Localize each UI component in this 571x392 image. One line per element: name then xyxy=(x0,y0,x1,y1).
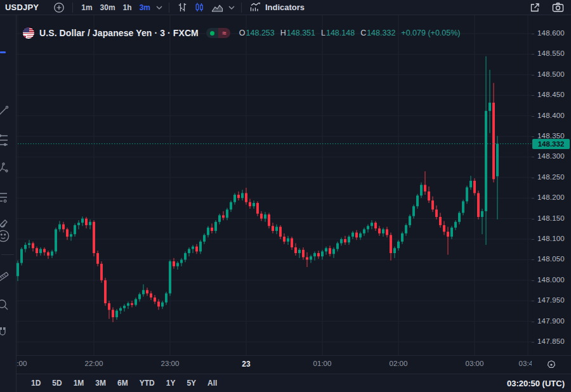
range-button-1d[interactable]: 1D xyxy=(25,379,46,388)
price-axis-tick xyxy=(532,136,534,137)
camera-icon[interactable] xyxy=(549,1,567,15)
price-axis-label: 148.550 xyxy=(537,49,565,57)
price-axis-tick xyxy=(532,34,534,34)
position-tool-icon[interactable] xyxy=(0,188,16,205)
market-open-dot-icon xyxy=(206,28,218,38)
range-button-all[interactable]: All xyxy=(202,379,223,388)
fib-retracement-tool-icon[interactable] xyxy=(0,131,16,148)
range-button-1y[interactable]: 1Y xyxy=(161,379,181,388)
time-axis-label: 02:00 xyxy=(390,360,408,367)
zoom-tool-icon[interactable] xyxy=(0,296,16,312)
date-range-buttons: 1D5D1M3M6MYTD1Y5YAll xyxy=(25,379,223,388)
plus-circle-icon[interactable] xyxy=(50,1,68,15)
range-button-1m[interactable]: 1M xyxy=(68,379,90,388)
low-value: 148.148 xyxy=(326,29,355,37)
price-axis-label: 148.100 xyxy=(537,235,565,242)
pitchfork-tool-icon[interactable] xyxy=(0,160,16,176)
time-axis-label: 01:00 xyxy=(313,360,332,367)
interval-button-3m[interactable]: 3m xyxy=(136,1,154,15)
price-axis-tick xyxy=(532,116,534,117)
emoji-tool-icon[interactable] xyxy=(0,226,16,243)
price-axis-tick xyxy=(532,301,534,301)
candles-icon[interactable] xyxy=(191,1,208,15)
interval-button-30m[interactable]: 30m xyxy=(96,1,119,15)
price-axis-tick xyxy=(532,75,534,75)
chevron-down-icon[interactable] xyxy=(154,1,164,15)
indicators-icon xyxy=(249,2,261,13)
crosshair-tool-icon[interactable] xyxy=(0,51,6,53)
high-label: H xyxy=(280,29,286,37)
tradingview-app: USDJPY 1m30m1h3m xyxy=(0,0,571,392)
price-axis-label: 148.450 xyxy=(537,91,565,98)
price-axis-label: 147.900 xyxy=(537,317,565,325)
axis-corner xyxy=(532,355,571,374)
interval-button-1m[interactable]: 1m xyxy=(77,1,96,15)
price-axis-tick xyxy=(532,219,534,219)
price-axis-label: 148.200 xyxy=(537,193,565,201)
range-button-ytd[interactable]: YTD xyxy=(134,379,161,388)
price-axis-label: 148.400 xyxy=(537,112,565,119)
price-axis[interactable]: 148.600148.550148.500148.450148.400148.3… xyxy=(532,15,571,355)
price-axis-label: 147.950 xyxy=(537,296,565,304)
interval-buttons: 1m30m1h3m xyxy=(77,1,154,15)
open-label: O xyxy=(239,29,246,37)
toolbar-separator xyxy=(1,254,14,255)
axis-settings-icon[interactable] xyxy=(546,360,556,370)
trend-line-tool-icon[interactable] xyxy=(0,103,16,119)
pair-title[interactable]: U.S. Dollar / Japanese Yen · 3 · FXCM xyxy=(39,28,199,38)
range-button-5y[interactable]: 5Y xyxy=(181,379,202,388)
price-axis-tick xyxy=(532,95,534,96)
chevron-down-icon[interactable] xyxy=(226,1,237,15)
indicators-label: Indicators xyxy=(265,3,305,12)
close-label: C xyxy=(360,29,366,37)
price-axis-label: 148.600 xyxy=(537,29,565,37)
time-axis-label: 23:00 xyxy=(161,360,180,367)
price-axis-label: 148.000 xyxy=(537,276,565,284)
high-value: 148.351 xyxy=(287,29,315,37)
price-axis-tick xyxy=(532,239,534,240)
price-axis-label: 148.150 xyxy=(537,214,565,222)
drawing-toolbar xyxy=(0,15,16,392)
price-axis-label: 148.500 xyxy=(537,70,565,78)
symbol-button[interactable]: USDJPY xyxy=(5,3,39,12)
range-button-6m[interactable]: 6M xyxy=(112,379,134,388)
top-toolbar: USDJPY 1m30m1h3m xyxy=(0,0,571,15)
price-axis-tick xyxy=(532,157,534,157)
clock-utc[interactable]: 03:20:50 (UTC) xyxy=(507,379,565,388)
ohlc-values: O148.253 H148.351 L148.148 C148.332 +0.0… xyxy=(239,29,461,37)
time-axis-label: 23 xyxy=(242,360,250,369)
time-axis-label: 03:00 xyxy=(466,360,484,367)
price-axis-tick xyxy=(532,178,534,178)
price-axis-tick xyxy=(532,342,534,343)
toolbar-separator xyxy=(241,3,242,13)
time-axis-label: 03:42 xyxy=(519,360,532,367)
area-chart-icon[interactable] xyxy=(208,1,226,15)
toolbar-separator xyxy=(72,3,73,13)
last-price-tag: 148.332 xyxy=(532,139,570,149)
price-axis-label: 147.850 xyxy=(537,337,565,345)
ruler-tool-icon[interactable] xyxy=(0,268,16,284)
candlestick-chart[interactable] xyxy=(0,15,532,355)
market-status-pill[interactable]: ≈ xyxy=(206,28,230,38)
range-button-5d[interactable]: 5D xyxy=(46,379,67,388)
low-label: L xyxy=(321,29,325,37)
price-axis-tick xyxy=(532,54,534,55)
price-axis-tick xyxy=(532,259,534,260)
change-value: +0.079 (+0.05%) xyxy=(401,29,460,37)
delayed-data-icon: ≈ xyxy=(218,28,230,38)
magnet-tool-icon[interactable] xyxy=(0,323,16,340)
open-value: 148.253 xyxy=(246,29,275,37)
price-axis-label: 148.250 xyxy=(537,173,565,181)
pair-header: U.S. Dollar / Japanese Yen · 3 · FXCM ≈ … xyxy=(23,27,460,39)
interval-button-1h[interactable]: 1h xyxy=(119,1,136,15)
price-axis-tick xyxy=(532,198,534,199)
price-axis-tick xyxy=(532,322,534,322)
indicators-button[interactable]: Indicators xyxy=(246,1,308,15)
range-button-3m[interactable]: 3M xyxy=(89,379,112,388)
bottom-bar: 1D5D1M3M6MYTD1Y5YAll 03:20:50 (UTC) xyxy=(0,374,571,392)
time-axis[interactable]: 21:0022:0023:002301:0002:0003:0003:42 xyxy=(0,355,532,374)
time-axis-label: 22:00 xyxy=(85,360,103,367)
price-axis-label: 148.050 xyxy=(537,255,565,263)
bars-icon[interactable] xyxy=(174,1,191,15)
external-link-icon[interactable] xyxy=(526,1,544,15)
